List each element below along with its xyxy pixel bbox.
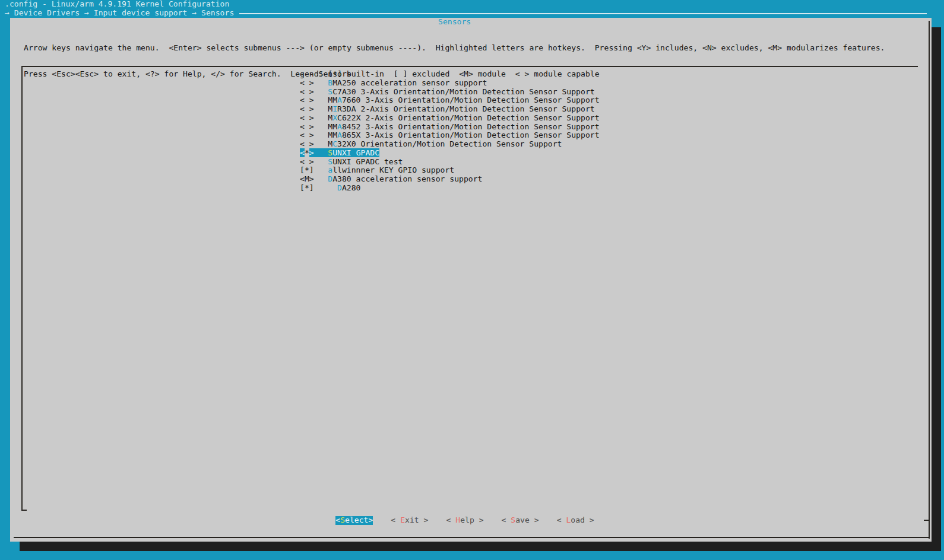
menu-item[interactable]: < > SUNXI GPADC test <box>300 158 600 167</box>
item-label <box>314 174 328 183</box>
item-label: M <box>314 104 333 113</box>
menu-item[interactable]: < > MC32X0 Orientation/Motion Detection … <box>300 140 600 149</box>
item-label: R3DA 2-Axis Orientation/Motion Detection… <box>337 104 595 113</box>
item-label: A280 <box>342 183 361 192</box>
menu-item[interactable]: <M> DA380 acceleration sensor support <box>300 175 600 184</box>
breadcrumb-text: → Device Drivers → Input device support … <box>5 9 234 18</box>
dialog-bottom-border <box>14 537 930 538</box>
item-label: M <box>314 113 333 122</box>
select-button[interactable]: <Select> <box>335 516 373 525</box>
item-tag: [*] <box>300 183 314 192</box>
item-hotkey: I <box>332 104 337 113</box>
item-label: llwinnner KEY GPIO support <box>332 166 454 174</box>
item-label: MM <box>314 131 337 139</box>
config-title: .config - Linux/arm 4.9.191 Kernel Confi… <box>0 0 944 9</box>
item-label: UNXI GPADC <box>332 148 379 157</box>
help-button[interactable]: < Help > <box>446 516 483 525</box>
item-label <box>314 78 328 87</box>
item-label: 8452 3-Axis Orientation/Motion Detection… <box>342 122 600 131</box>
instructions-line-1: Arrow keys navigate the menu. <Enter> se… <box>24 44 885 53</box>
menu-item[interactable]: [*] DA280 <box>300 184 600 193</box>
item-tag-state: * <box>305 148 309 157</box>
item-label: M <box>314 139 333 148</box>
item-tag: < <box>300 148 305 157</box>
item-hotkey: A <box>337 131 342 139</box>
button-bracket: < <box>557 516 566 524</box>
item-label <box>314 148 328 157</box>
button-hotkey: E <box>400 516 405 524</box>
menu-item[interactable]: < > MMA7660 3-Axis Orientation/Motion De… <box>300 96 600 105</box>
item-tag: < > <box>300 87 314 96</box>
item-label: C622X 2-Axis Orientation/Motion Detectio… <box>337 113 599 122</box>
item-label: UNXI GPADC test <box>332 157 403 166</box>
item-label: 865X 3-Axis Orientation/Motion Detection… <box>342 131 600 139</box>
menu-item: --- Sensors <box>300 70 600 79</box>
menu-list-box-corner <box>21 510 27 511</box>
dialog-title: Sensors <box>438 18 471 27</box>
item-label: C7A30 3-Axis Orientation/Motion Detectio… <box>332 87 594 96</box>
item-label: MM <box>314 122 337 131</box>
item-tag: --- <box>300 69 314 78</box>
terminal-top-bar: .config - Linux/arm 4.9.191 Kernel Confi… <box>0 0 944 18</box>
menu-item[interactable]: < > MXC622X 2-Axis Orientation/Motion De… <box>300 114 600 123</box>
button-row: <Select>< Exit >< Help >< Save >< Load > <box>10 516 932 525</box>
item-tag: <M> <box>300 174 314 183</box>
button-hotkey: H <box>455 516 460 524</box>
item-tag: < > <box>300 113 314 122</box>
item-tag: < > <box>300 96 314 104</box>
item-label <box>314 87 328 96</box>
menu-item[interactable]: [*] allwinnner KEY GPIO support <box>300 166 600 175</box>
button-label: xit > <box>405 516 428 524</box>
dialog-right-border <box>929 21 930 539</box>
menu-item[interactable]: < > MMA8452 3-Axis Orientation/Motion De… <box>300 123 600 132</box>
item-tag: [*] <box>300 166 314 174</box>
item-label: 32X0 Orientation/Motion Detection Sensor… <box>337 139 562 148</box>
menu-item[interactable]: < > BMA250 acceleration sensor support <box>300 79 600 88</box>
item-label: 7660 3-Axis Orientation/Motion Detection… <box>342 96 600 104</box>
item-tag: < > <box>300 157 314 166</box>
menu-item[interactable]: < > MIR3DA 2-Axis Orientation/Motion Det… <box>300 105 600 114</box>
item-hotkey: A <box>337 122 342 131</box>
save-button[interactable]: < Save > <box>502 516 539 525</box>
menu-item-selected[interactable]: <*> SUNXI GPADC <box>300 149 600 158</box>
item-hotkey: C <box>332 139 337 148</box>
menu-item[interactable]: < > SC7A30 3-Axis Orientation/Motion Det… <box>300 88 600 97</box>
breadcrumb: → Device Drivers → Input device support … <box>0 9 927 18</box>
item-hotkey: D <box>337 183 342 192</box>
item-label: MM <box>314 96 337 104</box>
breadcrumb-rule <box>239 13 927 14</box>
item-label <box>314 183 337 192</box>
item-label: MA250 acceleration sensor support <box>332 78 487 87</box>
button-label: elp > <box>460 516 483 524</box>
load-button[interactable]: < Load > <box>557 516 594 525</box>
item-tag: > <box>309 148 314 157</box>
menu-list: --- Sensors< > BMA250 acceleration senso… <box>300 70 600 193</box>
menu-item[interactable]: < > MMA865X 3-Axis Orientation/Motion De… <box>300 131 600 140</box>
button-bracket: < <box>335 516 340 524</box>
menuconfig-dialog: Sensors Arrow keys navigate the menu. <E… <box>10 18 932 542</box>
item-hotkey: A <box>337 96 342 104</box>
exit-button[interactable]: < Exit > <box>391 516 428 525</box>
button-label: oad > <box>571 516 594 524</box>
button-bracket: < <box>391 516 400 524</box>
item-tag: < > <box>300 131 314 139</box>
highlight-bar: <*> SUNXI GPADC <box>300 148 379 157</box>
item-label <box>314 157 328 166</box>
item-hotkey: X <box>332 113 337 122</box>
item-tag: < > <box>300 122 314 131</box>
button-bracket: < <box>502 516 511 524</box>
button-label: ave > <box>515 516 538 524</box>
button-bracket: < <box>446 516 455 524</box>
item-tag: < > <box>300 78 314 87</box>
item-tag: < > <box>300 104 314 113</box>
item-label <box>314 166 328 174</box>
button-hotkey: S <box>340 516 345 524</box>
item-label: Sensors <box>314 69 351 78</box>
button-label: elect> <box>345 516 373 524</box>
item-label: A380 acceleration sensor support <box>332 174 482 183</box>
item-tag: < > <box>300 139 314 148</box>
